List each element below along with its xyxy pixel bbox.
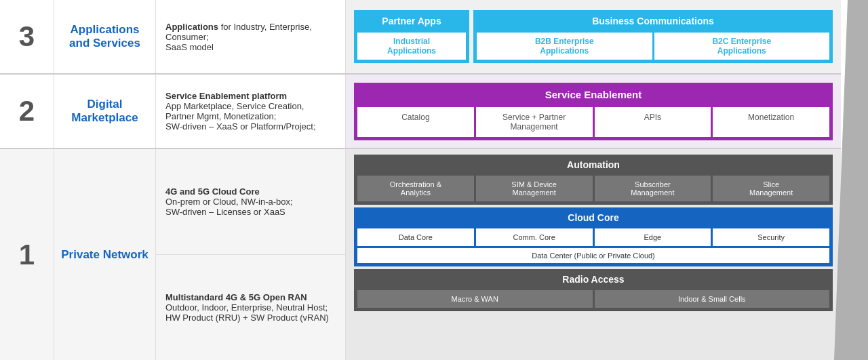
- pn-diagram: Automation Orchestration &Analytics SIM …: [354, 155, 833, 355]
- category-private: Private Network: [54, 149, 156, 360]
- catalog-box: Catalog: [357, 107, 474, 137]
- data-core-box: Data Core: [357, 228, 474, 246]
- category-marketplace: Digital Marketplace: [54, 75, 156, 148]
- left-section-mktplace: 2 Digital Marketplace Service Enablement…: [0, 75, 346, 148]
- service-enablement-diagram: Service Enablement Catalog Service + Par…: [354, 83, 833, 140]
- se-header-text: Service Enablement: [545, 89, 642, 100]
- category-private-label: Private Network: [61, 248, 149, 262]
- industrial-apps-text: IndustrialApplications: [387, 37, 436, 56]
- left-section-apps: 3 Applications and Services Applications…: [0, 0, 346, 73]
- desc-apps-text: Applications for Industry, Enterprise, C…: [165, 22, 336, 52]
- content-wrapper: 3 Applications and Services Applications…: [0, 0, 841, 360]
- biz-comm-subs: B2B EnterpriseApplications B2C Enterpris…: [477, 33, 829, 60]
- security-box: Security: [713, 228, 829, 246]
- sim-device-box: SIM & DeviceManagement: [476, 176, 593, 201]
- automation-header: Automation: [355, 156, 831, 174]
- right-section-apps: Partner Apps IndustrialApplications Busi…: [346, 0, 841, 73]
- se-header: Service Enablement: [355, 84, 831, 105]
- b2b-enterprise: B2B EnterpriseApplications: [477, 33, 652, 60]
- number-badge-1: 1: [0, 149, 54, 360]
- row-marketplace: 2 Digital Marketplace Service Enablement…: [0, 75, 841, 149]
- industrial-applications-box: IndustrialApplications: [357, 33, 466, 60]
- radio-access-header-text: Radio Access: [562, 274, 624, 285]
- pn-ran-desc-text: Outdoor, Indoor, Enterprise, Neutral Hos…: [165, 302, 336, 323]
- b2c-enterprise: B2C EnterpriseApplications: [654, 33, 830, 60]
- number-3: 3: [19, 20, 35, 53]
- category-marketplace-label: Digital Marketplace: [60, 98, 150, 125]
- private-left: 1 Private Network 4G and 5G Cloud Core O…: [0, 149, 346, 360]
- pn-cloud-desc: On-prem or Cloud, NW-in-a-box;SW-driven …: [165, 197, 336, 217]
- automation-subs: Orchestration &Analytics SIM & DeviceMan…: [357, 176, 829, 201]
- number-1: 1: [19, 239, 35, 271]
- partner-apps-header-text: Partner Apps: [382, 16, 441, 26]
- datacenter-box: Data Center (Public or Private Cloud): [357, 248, 829, 263]
- number-badge-3: 3: [0, 0, 54, 73]
- partner-apps-block: Partner Apps IndustrialApplications: [354, 10, 469, 63]
- desc-marketplace-text: Service Enablement platformApp Marketpla…: [165, 91, 336, 132]
- right-section-private: Automation Orchestration &Analytics SIM …: [346, 149, 841, 360]
- number-2: 2: [19, 95, 35, 127]
- orchestration-box: Orchestration &Analytics: [357, 176, 474, 201]
- cloud-core-subs: Data Core Comm. Core Edge Security: [357, 228, 829, 246]
- row-applications: 3 Applications and Services Applications…: [0, 0, 841, 75]
- category-apps-label: Applications and Services: [60, 23, 150, 50]
- partner-apps-header: Partner Apps: [355, 12, 468, 31]
- pn-ran-desc: Multistandard 4G & 5G Open RAN Outdoor, …: [156, 255, 345, 360]
- comm-core-box: Comm. Core: [476, 228, 593, 246]
- radio-access-block: Radio Access Macro & WAN Indoor & Small …: [354, 269, 833, 311]
- biz-comm-header: Business Communications: [475, 12, 831, 31]
- radio-access-header: Radio Access: [355, 271, 831, 288]
- cloud-core-header-text: Cloud Core: [568, 212, 618, 223]
- main-layout: 3 Applications and Services Applications…: [0, 0, 868, 360]
- cloud-core-block: Cloud Core Data Core Comm. Core Edge Sec…: [354, 207, 833, 266]
- se-subs: Catalog Service + PartnerManagement APIs…: [357, 107, 829, 137]
- private-desc-stacked: 4G and 5G Cloud Core On-prem or Cloud, N…: [156, 149, 346, 360]
- pn-cloud-core-desc: 4G and 5G Cloud Core On-prem or Cloud, N…: [156, 149, 345, 255]
- pn-cloud-title: 4G and 5G Cloud Core: [165, 186, 336, 197]
- biz-comm-block: Business Communications B2B EnterpriseAp…: [473, 10, 833, 63]
- subscriber-box: SubscriberManagement: [595, 176, 711, 201]
- macro-wan-box: Macro & WAN: [357, 290, 593, 308]
- slice-box: SliceManagement: [713, 176, 829, 201]
- apps-diagram: Partner Apps IndustrialApplications Busi…: [354, 10, 833, 63]
- apis-box: APIs: [595, 107, 711, 137]
- desc-apps: Applications for Industry, Enterprise, C…: [156, 0, 346, 73]
- automation-header-text: Automation: [567, 159, 620, 170]
- edge-box: Edge: [595, 228, 711, 246]
- cloud-core-header: Cloud Core: [355, 209, 831, 226]
- right-section-marketplace: Service Enablement Catalog Service + Par…: [346, 75, 841, 148]
- indoor-small-cells-box: Indoor & Small Cells: [595, 290, 830, 308]
- automation-block: Automation Orchestration &Analytics SIM …: [354, 155, 833, 205]
- monetization-box: Monetization: [713, 107, 829, 137]
- row-private-network: 1 Private Network 4G and 5G Cloud Core O…: [0, 149, 841, 360]
- desc-marketplace: Service Enablement platformApp Marketpla…: [156, 75, 346, 148]
- category-apps: Applications and Services: [54, 0, 156, 73]
- radio-access-subs: Macro & WAN Indoor & Small Cells: [357, 290, 829, 308]
- number-badge-2: 2: [0, 75, 54, 148]
- service-partner-mgmt-box: Service + PartnerManagement: [476, 107, 593, 137]
- biz-comm-header-text: Business Communications: [592, 16, 714, 26]
- pn-ran-title: Multistandard 4G & 5G Open RAN: [165, 292, 336, 302]
